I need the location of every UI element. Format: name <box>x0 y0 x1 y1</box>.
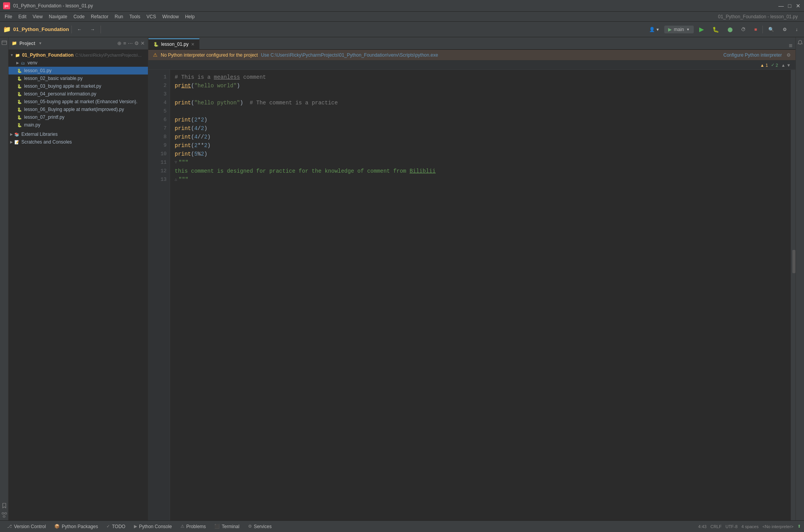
search-everywhere-button[interactable]: 🔍 <box>765 25 777 34</box>
ok-count: 2 <box>776 63 778 68</box>
tab-todo[interactable]: ✓ TODO <box>102 522 129 532</box>
settings-button[interactable]: ⚙ <box>780 25 790 34</box>
tab-version-control[interactable]: ⎇ Version Control <box>3 522 50 532</box>
menu-window[interactable]: Window <box>159 13 182 20</box>
tab-problems[interactable]: ⚠ Problems <box>177 522 210 532</box>
coverage-button[interactable]: ⬤ <box>724 25 736 34</box>
line-num-8: 8 <box>151 133 167 141</box>
line11-content: """ <box>179 158 188 167</box>
editor-tab-lesson01[interactable]: 🐍 lesson_01.py ✕ <box>148 38 200 49</box>
git-update-button[interactable]: ↓ <box>792 25 801 34</box>
scroll-thumb[interactable] <box>792 250 795 273</box>
menu-run[interactable]: Run <box>111 13 126 20</box>
tab-terminal-label: Terminal <box>222 524 239 529</box>
toolbar: 📁 01_Python_Foundation ← → 👤 ▾ ▶ main ▼ … <box>0 22 804 37</box>
expand-hints[interactable]: ▲ ▼ <box>781 63 791 68</box>
tree-root[interactable]: ▼ 📁 01_Python_Foundation C:\Users\Ricky\… <box>9 51 148 59</box>
root-path: C:\Users\Ricky\PycharmProjects\... <box>75 53 142 57</box>
close-button[interactable]: ✕ <box>795 3 801 9</box>
file-lesson06: lesson_06_Buying apple at market(improve… <box>24 107 124 112</box>
run-configuration[interactable]: ▶ main ▼ <box>664 26 694 33</box>
structure-icon[interactable] <box>0 511 8 519</box>
fold-arrow-13[interactable]: △ <box>175 175 177 184</box>
code-line-13: △ """ <box>175 175 786 184</box>
code-line-7: print(4/2) <box>175 124 786 133</box>
line9-content: print(2**2) <box>175 141 210 150</box>
notifications-icon[interactable] <box>796 39 804 47</box>
fold-arrow-11[interactable]: ▽ <box>175 158 177 167</box>
py-file-icon-lesson06: 🐍 <box>16 106 23 113</box>
tab-python-packages[interactable]: 📦 Python Packages <box>50 522 102 532</box>
py-file-icon-lesson02: 🐍 <box>16 75 23 81</box>
venv-name: venv <box>28 60 37 66</box>
toolbar-separator-2 <box>101 26 101 33</box>
tab-more-button[interactable]: ≡ <box>789 42 792 49</box>
project-tree: ▼ 📁 01_Python_Foundation C:\Users\Ricky\… <box>9 50 148 520</box>
tab-services[interactable]: ⚙ Services <box>244 522 276 532</box>
profile-button[interactable]: ⏱ <box>738 25 749 34</box>
stop-button[interactable]: ■ <box>751 25 760 34</box>
maximize-button[interactable]: □ <box>787 3 792 9</box>
menu-code[interactable]: Code <box>70 13 88 20</box>
tree-lesson01[interactable]: 🐍 lesson_01.py <box>9 67 148 75</box>
menu-navigate[interactable]: Navigate <box>46 13 70 20</box>
tab-python-console-label: Python Console <box>139 524 172 529</box>
left-sidebar-icons <box>0 37 9 520</box>
main-layout: 📁 Project ▾ ⊕ ≡ ⋯ ⚙ ✕ ▼ 📁 01_Python_Foun… <box>0 37 804 520</box>
expand-up-icon: ▲ <box>781 63 785 68</box>
tab-terminal[interactable]: ⬛ Terminal <box>210 522 243 532</box>
window-title: 01_Python_Foundation - lesson_01.py <box>13 3 93 9</box>
tree-scratches[interactable]: ▶ 📝 Scratches and Consoles <box>9 138 148 146</box>
navigate-back-button[interactable]: ← <box>74 25 85 34</box>
line-num-9: 9 <box>151 141 167 150</box>
panel-close-button[interactable]: ✕ <box>141 40 145 46</box>
run-config-icon: ▶ <box>668 27 672 32</box>
menu-view[interactable]: View <box>30 13 46 20</box>
run-button[interactable]: ▶ <box>696 24 707 35</box>
code-editor[interactable]: # This is a meanless comment print("hell… <box>170 70 791 520</box>
title-bar-left: pc 01_Python_Foundation - lesson_01.py <box>3 2 93 9</box>
user-button[interactable]: 👤 ▾ <box>646 25 662 34</box>
project-panel-header: 📁 Project ▾ ⊕ ≡ ⋯ ⚙ ✕ <box>9 37 148 50</box>
tree-external-libs[interactable]: ▶ 📚 External Libraries <box>9 130 148 138</box>
minimize-button[interactable]: — <box>778 3 784 9</box>
tab-bar-right: ≡ <box>789 42 795 49</box>
navigate-forward-button[interactable]: → <box>87 25 98 34</box>
menu-bar: File Edit View Navigate Code Refactor Ru… <box>0 12 804 22</box>
bookmarks-icon[interactable] <box>0 502 8 509</box>
menu-vcs[interactable]: VCS <box>143 13 159 20</box>
warning-icon: ⚠ <box>153 52 158 58</box>
tab-close-button[interactable]: ✕ <box>191 42 194 47</box>
menu-tools[interactable]: Tools <box>126 13 143 20</box>
tree-lesson06[interactable]: 🐍 lesson_06_Buying apple at market(impro… <box>9 106 148 113</box>
project-icon[interactable] <box>0 39 8 47</box>
tree-lesson07[interactable]: 🐍 lesson_07_printf.py <box>9 113 148 121</box>
collapse-all-button[interactable]: ≡ <box>123 40 126 46</box>
panel-dots-button[interactable]: ⋯ <box>128 40 133 46</box>
line-num-13: 13 <box>151 175 167 184</box>
code-line-3 <box>175 90 786 99</box>
right-scrollbar[interactable] <box>791 70 795 520</box>
menu-help[interactable]: Help <box>182 13 198 20</box>
tree-main[interactable]: 🐍 main.py <box>9 121 148 129</box>
project-name-in-menu: 01_Python_Foundation - lesson_01.py <box>718 14 802 19</box>
scroll-from-source-button[interactable]: ⊕ <box>117 40 122 46</box>
tree-lesson03[interactable]: 🐍 lesson_03_buying apple at market.py <box>9 82 148 90</box>
menu-refactor[interactable]: Refactor <box>88 13 111 20</box>
panel-settings-button[interactable]: ⚙ <box>134 40 139 46</box>
interpreter-path[interactable]: Use C:\Users\Ricky\PycharmProjects\01_Py… <box>261 52 438 58</box>
configure-interpreter-link[interactable]: Configure Python interpreter <box>723 52 782 58</box>
tree-venv[interactable]: ▶ 🗂 venv <box>9 59 148 67</box>
problems-icon: ⚠ <box>181 524 184 529</box>
tab-python-console[interactable]: ▶ Python Console <box>130 522 176 532</box>
tree-lesson05[interactable]: 🐍 lesson_05-buying apple at market (Enha… <box>9 98 148 106</box>
menu-file[interactable]: File <box>2 13 15 20</box>
tree-lesson04[interactable]: 🐍 lesson_04_personal information.py <box>9 90 148 98</box>
file-lesson07: lesson_07_printf.py <box>24 114 64 120</box>
warning-settings-icon[interactable]: ⚙ <box>787 52 791 58</box>
tree-lesson02[interactable]: 🐍 lesson_02_basic variable.py <box>9 75 148 82</box>
debug-button[interactable]: 🐛 <box>709 25 722 34</box>
svg-rect-4 <box>3 516 5 517</box>
status-interpreter[interactable]: <No interpreter> <box>762 524 794 529</box>
menu-edit[interactable]: Edit <box>15 13 30 20</box>
